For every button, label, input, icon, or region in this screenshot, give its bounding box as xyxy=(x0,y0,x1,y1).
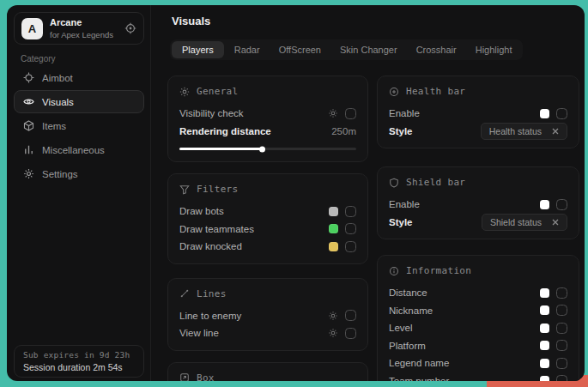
color-swatch[interactable] xyxy=(329,224,338,233)
setting-row: Draw bots xyxy=(179,203,356,221)
nickname-checkbox[interactable] xyxy=(556,305,567,316)
box-card: Box Enable Enable background xyxy=(167,362,368,382)
card-title: Filters xyxy=(197,184,238,195)
line-to-enemy-checkbox[interactable] xyxy=(345,310,356,321)
draw-teammates-checkbox[interactable] xyxy=(345,223,356,234)
close-icon[interactable] xyxy=(552,219,559,226)
draw-knocked-checkbox[interactable] xyxy=(345,241,356,252)
health-enable-checkbox[interactable] xyxy=(556,108,567,119)
setting-row: Style Health status xyxy=(389,123,567,141)
visibility-check-checkbox[interactable] xyxy=(345,108,356,119)
view-line-checkbox[interactable] xyxy=(345,328,356,339)
sidebar-item-items[interactable]: Items xyxy=(14,114,144,137)
cube-icon xyxy=(23,120,34,131)
app-identity: Arcane for Apex Legends xyxy=(50,17,113,39)
sidebar-item-visuals[interactable]: Visuals xyxy=(14,90,144,113)
card-title: Lines xyxy=(197,288,227,299)
shield-style-select[interactable]: Shield status xyxy=(482,214,567,231)
row-label: Legend name xyxy=(389,358,449,368)
distance-checkbox[interactable] xyxy=(556,287,567,299)
setting-row: View line xyxy=(179,324,356,342)
level-checkbox[interactable] xyxy=(556,323,567,334)
app-subtitle: for Apex Legends xyxy=(50,30,113,39)
slider-knob[interactable] xyxy=(259,146,265,152)
color-swatch[interactable] xyxy=(540,305,549,315)
setting-row: Legend name xyxy=(389,354,567,372)
sidebar-item-miscellaneous[interactable]: Miscellaneous xyxy=(14,138,144,161)
target-icon[interactable] xyxy=(124,22,136,34)
sidebar: A Arcane for Apex Legends Category xyxy=(7,5,151,381)
shield-enable-checkbox[interactable] xyxy=(556,199,567,210)
tab-players[interactable]: Players xyxy=(172,41,224,58)
gear-icon[interactable] xyxy=(328,311,338,321)
setting-row: Visibility check xyxy=(179,105,356,123)
card-title: Box xyxy=(197,372,215,382)
info-icon xyxy=(389,266,399,276)
health-cross-icon xyxy=(389,87,399,97)
draw-bots-checkbox[interactable] xyxy=(345,206,356,217)
profile-card: A Arcane for Apex Legends xyxy=(14,12,144,45)
setting-row: Distance xyxy=(389,284,567,302)
sidebar-nav: Aimbot Visuals Ite xyxy=(14,66,144,185)
setting-row: Enable xyxy=(389,196,567,214)
platform-checkbox[interactable] xyxy=(556,340,567,351)
tab-radar[interactable]: Radar xyxy=(226,41,269,58)
row-label: Enable xyxy=(389,108,420,118)
color-swatch[interactable] xyxy=(540,324,549,333)
gear-icon[interactable] xyxy=(328,328,338,338)
category-label: Category xyxy=(21,54,56,63)
card-title: General xyxy=(197,86,238,97)
gear-icon xyxy=(23,168,34,179)
health-bar-card: Health bar Enable Style Health status xyxy=(377,76,579,148)
filters-card: Filters Draw bots Draw teammates xyxy=(167,173,368,264)
setting-row: Platform xyxy=(389,337,567,355)
legend-name-checkbox[interactable] xyxy=(556,358,567,369)
color-swatch[interactable] xyxy=(540,376,549,381)
crosshair-icon xyxy=(23,72,34,83)
tab-crosshair[interactable]: Crosshair xyxy=(408,41,465,58)
setting-row: Enable xyxy=(389,105,567,123)
gear-icon[interactable] xyxy=(328,108,338,118)
color-swatch[interactable] xyxy=(329,242,338,251)
setting-row: Nickname xyxy=(389,302,567,320)
sidebar-item-label: Visuals xyxy=(42,97,74,107)
row-label: View line xyxy=(179,328,219,338)
close-icon[interactable] xyxy=(552,128,559,135)
sidebar-item-label: Settings xyxy=(42,169,78,179)
row-label: Visibility check xyxy=(179,108,244,118)
color-swatch[interactable] xyxy=(329,207,338,216)
rendering-distance-slider[interactable] xyxy=(179,148,356,150)
main-panel: Visuals Players Radar OffScreen Skin Cha… xyxy=(151,5,585,381)
health-style-select[interactable]: Health status xyxy=(481,123,567,140)
sidebar-item-settings[interactable]: Settings xyxy=(14,162,144,185)
row-label: Team number xyxy=(389,376,449,381)
left-column: General Visibility check xyxy=(167,76,368,381)
style-value: Health status xyxy=(489,126,542,136)
color-swatch[interactable] xyxy=(540,200,549,209)
slider-fill xyxy=(179,148,263,150)
sidebar-item-aimbot[interactable]: Aimbot xyxy=(14,66,144,89)
sidebar-item-label: Items xyxy=(42,121,66,131)
app-name: Arcane xyxy=(50,17,113,28)
shield-icon xyxy=(389,178,399,188)
tab-offscreen[interactable]: OffScreen xyxy=(270,41,330,58)
team-number-checkbox[interactable] xyxy=(556,375,567,381)
color-swatch[interactable] xyxy=(540,341,549,350)
rendering-distance-value: 250m xyxy=(331,126,356,136)
sidebar-item-label: Aimbot xyxy=(42,73,73,83)
row-label: Draw teammates xyxy=(179,224,254,234)
information-card: Information Distance Nickname xyxy=(377,255,579,381)
color-swatch[interactable] xyxy=(540,359,549,368)
app-logo: A xyxy=(21,18,43,39)
tab-skin-changer[interactable]: Skin Changer xyxy=(331,41,406,58)
color-swatch[interactable] xyxy=(540,288,549,298)
sun-icon xyxy=(179,87,190,97)
sidebar-item-label: Miscellaneous xyxy=(42,145,105,155)
row-label: Distance xyxy=(389,287,427,298)
setting-row: Line to enemy xyxy=(179,307,356,325)
tab-highlight[interactable]: Highlight xyxy=(467,41,521,58)
row-label: Style xyxy=(389,126,413,136)
color-swatch[interactable] xyxy=(540,109,549,118)
cheat-menu-window: A Arcane for Apex Legends Category xyxy=(7,5,585,381)
row-label: Rendering distance xyxy=(179,126,271,136)
